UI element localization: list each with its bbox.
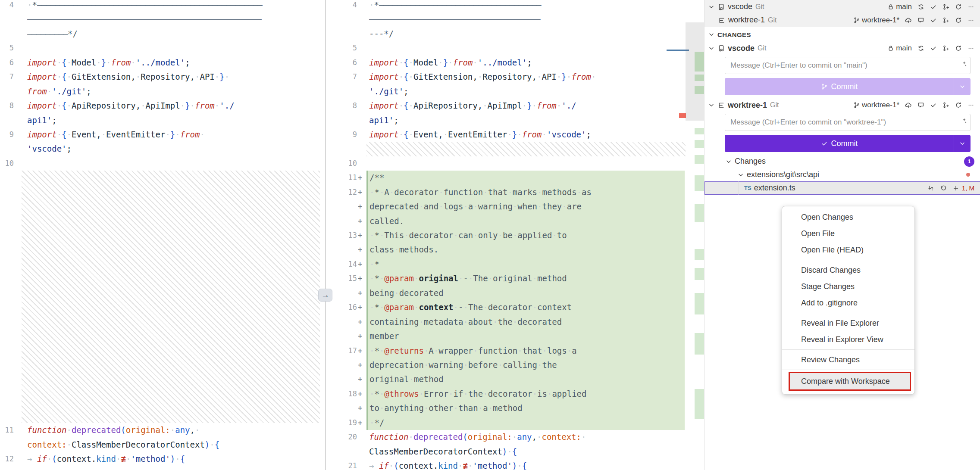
- token: ;: [404, 87, 408, 96]
- cloud-upload-action[interactable]: [905, 102, 912, 109]
- token: @param: [384, 274, 414, 283]
- cloud-upload-action[interactable]: [905, 17, 912, 24]
- whitespace-dots: ·: [379, 187, 384, 197]
- comment-action[interactable]: [917, 102, 924, 109]
- commit-button-worktree-1[interactable]: Commit: [725, 135, 971, 152]
- menu-item-review-changes[interactable]: Review Changes: [782, 352, 914, 368]
- token: being: [369, 288, 394, 298]
- token: .: [433, 461, 438, 470]
- scrollbar-thumb[interactable]: [686, 22, 704, 121]
- token: import: [369, 130, 399, 139]
- token: */: [68, 29, 78, 38]
- commit-button-vscode[interactable]: Commit: [725, 78, 971, 95]
- token: 'vscode': [27, 144, 67, 153]
- menu-item-stage-changes[interactable]: Stage Changes: [782, 278, 914, 295]
- token: decorator: [409, 230, 454, 240]
- token: *: [32, 0, 37, 9]
- check-action[interactable]: [930, 45, 937, 52]
- commit-message-input[interactable]: Message (Ctrl+Enter to commit on "worktr…: [725, 114, 971, 131]
- more-action[interactable]: [967, 102, 974, 109]
- refresh-icon: [955, 45, 962, 52]
- more-action[interactable]: [967, 3, 974, 10]
- line-number: 6: [330, 56, 357, 70]
- menu-item-add-to-gitignore[interactable]: Add to .gitignore: [782, 295, 914, 311]
- code-line: 13+·*·This·decorator·can·only·be·applied…: [330, 228, 686, 243]
- more-action[interactable]: [967, 17, 974, 24]
- branch-action[interactable]: worktree-1*: [853, 16, 899, 25]
- commit-dropdown-button[interactable]: [954, 135, 971, 152]
- menu-item-reveal-in-explorer-view[interactable]: Reveal in Explorer View: [782, 331, 914, 348]
- whitespace-dots: ·: [493, 317, 498, 327]
- refresh-action[interactable]: [955, 102, 962, 109]
- sync-action[interactable]: [917, 45, 924, 52]
- repo-section-header-worktree-1[interactable]: worktree-1Gitworktree-1*: [704, 98, 980, 112]
- token: before: [468, 360, 498, 370]
- more-action[interactable]: [967, 45, 974, 52]
- diff-modified-editor[interactable]: 4·*—————————————————————————————————————…: [330, 0, 686, 470]
- repo-picker-item-vscode[interactable]: vscodeGitmain: [704, 0, 980, 13]
- menu-item-compare-with-workspace[interactable]: Compare with Workspace: [790, 373, 910, 389]
- check-action[interactable]: [930, 17, 937, 24]
- refresh-action[interactable]: [955, 17, 962, 24]
- token: function: [27, 425, 67, 435]
- added-line-marker: +: [358, 358, 362, 372]
- branch-create-action[interactable]: [942, 3, 949, 10]
- repo-type-label: Git: [755, 3, 764, 11]
- menu-item-open-changes[interactable]: Open Changes: [782, 209, 914, 225]
- menu-item-reveal-in-file-explorer[interactable]: Reveal in File Explorer: [782, 315, 914, 331]
- commit-button-main[interactable]: Commit: [725, 139, 954, 148]
- sync-action[interactable]: [917, 3, 924, 10]
- whitespace-dots: ·: [532, 389, 537, 398]
- sparkle-icon[interactable]: [960, 61, 967, 68]
- commit-message-input[interactable]: Message (Ctrl+Enter to commit on "main"): [725, 57, 971, 74]
- code-line: +original·method: [330, 372, 686, 386]
- menu-item-discard-changes[interactable]: Discard Changes: [782, 262, 914, 278]
- token: ————————————————————————————————————————…: [27, 14, 261, 24]
- code-text: ·*·This·decorator·can·only·be·applied·to: [366, 228, 685, 243]
- check-action[interactable]: [930, 3, 937, 10]
- discard-action[interactable]: [940, 185, 947, 192]
- whitespace-dots: ·: [532, 101, 537, 110]
- comment-action[interactable]: [917, 17, 924, 24]
- branch-action[interactable]: worktree-1*: [853, 101, 899, 109]
- branch-create-icon: [942, 3, 949, 10]
- check-action[interactable]: [930, 102, 937, 109]
- commit-dropdown-button[interactable]: [954, 78, 971, 95]
- tree-item-changes[interactable]: Changes 1: [704, 155, 980, 168]
- changes-section-header[interactable]: CHANGES: [704, 28, 980, 41]
- overview-added-mark: [695, 204, 704, 222]
- sparkle-icon[interactable]: [960, 118, 967, 125]
- token: method: [493, 403, 523, 413]
- repo-section-header-vscode[interactable]: vscodeGitmain: [704, 41, 980, 56]
- whitespace-dots: ·: [57, 130, 62, 139]
- tree-item-file[interactable]: TS extension.ts 1, M: [704, 181, 980, 195]
- whitespace-dots: ·: [175, 454, 180, 464]
- diff-original-editor[interactable]: 4·*—————————————————————————————————————…: [0, 0, 320, 467]
- whitespace-dots: ·: [409, 374, 414, 384]
- token: '../model': [136, 58, 185, 67]
- menu-item-open-file-head-[interactable]: Open File (HEAD): [782, 242, 914, 258]
- token: containing: [369, 317, 419, 327]
- code-text: import·{·GitExtension,·Repository,·API·}…: [25, 70, 319, 84]
- diff-sash[interactable]: [325, 0, 326, 470]
- branch-create-action[interactable]: [942, 102, 949, 109]
- token: the: [468, 389, 483, 398]
- branch-create-action[interactable]: [942, 45, 949, 52]
- compare-changes-action[interactable]: [927, 185, 934, 192]
- menu-item-open-file[interactable]: Open File: [782, 225, 914, 242]
- refresh-action[interactable]: [955, 45, 962, 52]
- whitespace-dots: ·: [517, 130, 522, 139]
- commit-button-main[interactable]: Commit: [725, 82, 954, 91]
- tree-item-folder[interactable]: extensions\git\src\api: [704, 168, 980, 181]
- repo-picker-item-worktree-1[interactable]: worktree-1Gitworktree-1*: [704, 13, 980, 27]
- branch-create-action[interactable]: [942, 17, 949, 24]
- line-number: 5: [0, 41, 14, 55]
- token: {: [62, 58, 66, 67]
- add-action[interactable]: [952, 185, 959, 192]
- lock-action[interactable]: main: [887, 44, 912, 53]
- added-line-marker: +: [358, 387, 362, 401]
- lock-action[interactable]: main: [887, 3, 912, 11]
- refresh-action[interactable]: [955, 3, 962, 10]
- overview-ruler[interactable]: [686, 0, 704, 470]
- token: from: [522, 130, 542, 139]
